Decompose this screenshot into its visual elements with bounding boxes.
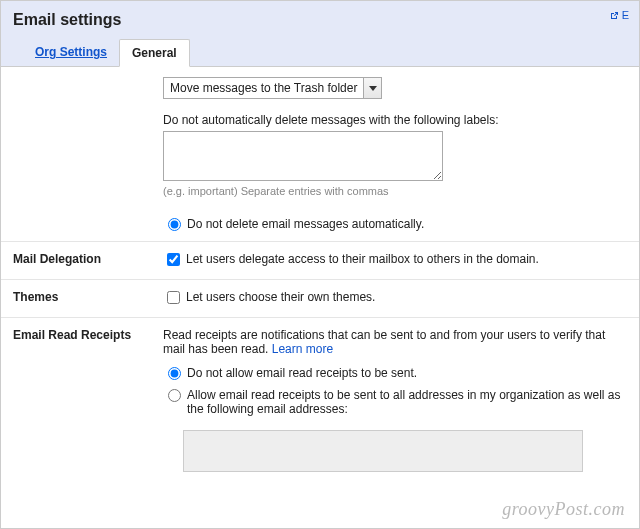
tabs: Org Settings General bbox=[23, 39, 627, 66]
themes-text: Let users choose their own themes. bbox=[186, 290, 375, 304]
labels-prompt: Do not automatically delete messages wit… bbox=[163, 113, 627, 127]
receipts-allow-label: Allow email read receipts to be sent to … bbox=[187, 388, 627, 416]
read-receipts-cell: Read receipts are notifications that can… bbox=[151, 318, 639, 486]
read-receipts-desc: Read receipts are notifications that can… bbox=[163, 328, 605, 356]
learn-more-link[interactable]: Learn more bbox=[272, 342, 333, 356]
themes-checkbox[interactable] bbox=[167, 291, 180, 304]
do-not-delete-radio[interactable] bbox=[168, 218, 181, 231]
popout-label: E bbox=[622, 9, 629, 21]
row-auto-delete: Move messages to the Trash folder Do not… bbox=[1, 67, 639, 242]
mail-delegation-text: Let users delegate access to their mailb… bbox=[186, 252, 539, 266]
popout-link[interactable]: E bbox=[609, 9, 629, 21]
themes-cell: Let users choose their own themes. bbox=[151, 280, 639, 318]
page-title: Email settings bbox=[13, 11, 627, 29]
receipts-disallow-radio[interactable] bbox=[168, 367, 181, 380]
read-receipts-label: Email Read Receipts bbox=[1, 318, 151, 486]
auto-delete-cell: Move messages to the Trash folder Do not… bbox=[151, 67, 639, 242]
auto-delete-label-cell bbox=[1, 67, 151, 242]
row-themes: Themes Let users choose their own themes… bbox=[1, 280, 639, 318]
row-read-receipts: Email Read Receipts Read receipts are no… bbox=[1, 318, 639, 486]
exclude-labels-textarea[interactable] bbox=[163, 131, 443, 181]
row-mail-delegation: Mail Delegation Let users delegate acces… bbox=[1, 242, 639, 280]
receipts-allow-radio[interactable] bbox=[168, 389, 181, 402]
tab-general[interactable]: General bbox=[119, 39, 190, 67]
popout-icon bbox=[609, 11, 619, 21]
mail-delegation-cell: Let users delegate access to their mailb… bbox=[151, 242, 639, 280]
mail-delegation-label: Mail Delegation bbox=[1, 242, 151, 280]
do-not-delete-label: Do not delete email messages automatical… bbox=[187, 217, 424, 231]
themes-label: Themes bbox=[1, 280, 151, 318]
labels-hint: (e.g. important) Separate entries with c… bbox=[163, 185, 627, 197]
auto-delete-action-select[interactable]: Move messages to the Trash folder bbox=[163, 77, 382, 99]
chevron-down-icon bbox=[363, 78, 381, 98]
content: Move messages to the Trash folder Do not… bbox=[1, 67, 639, 485]
watermark: groovyPost.com bbox=[502, 499, 625, 520]
settings-table: Move messages to the Trash folder Do not… bbox=[1, 67, 639, 485]
mail-delegation-checkbox[interactable] bbox=[167, 253, 180, 266]
header-bar: Email settings E Org Settings General bbox=[1, 1, 639, 67]
tab-org-settings[interactable]: Org Settings bbox=[23, 39, 119, 66]
receipts-addresses-textarea bbox=[183, 430, 583, 472]
receipts-disallow-label: Do not allow email read receipts to be s… bbox=[187, 366, 417, 380]
select-value: Move messages to the Trash folder bbox=[164, 78, 363, 98]
